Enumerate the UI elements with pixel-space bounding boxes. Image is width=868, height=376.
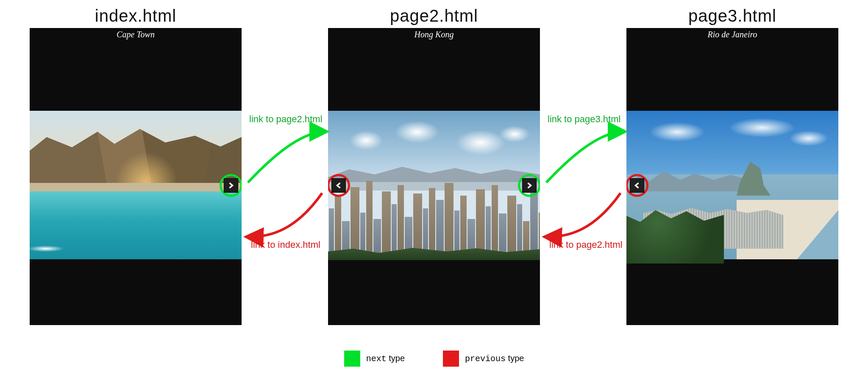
photo-hong-kong — [328, 111, 540, 259]
device-title-page2: Hong Kong — [328, 28, 540, 39]
device-title-index: Cape Town — [30, 28, 242, 39]
photo-cape-town — [30, 111, 242, 259]
chevron-left-icon — [336, 182, 342, 188]
legend-text-next: next type — [366, 354, 405, 364]
chevron-right-icon — [526, 182, 532, 188]
device-page3: Rio de Janeiro — [626, 28, 838, 325]
page-col-page2: page2.html Hong Kong — [328, 6, 540, 325]
legend-swatch-previous-icon — [443, 351, 459, 367]
previous-button[interactable] — [630, 178, 644, 193]
page-col-index: index.html Cape Town — [30, 6, 242, 325]
label-link-prev-21: link to index.html — [251, 239, 320, 250]
device-index: Cape Town — [30, 28, 242, 325]
page-filename-page3: page3.html — [688, 6, 776, 25]
device-title-page3: Rio de Janeiro — [626, 28, 838, 39]
legend: next type previous type — [0, 351, 868, 367]
photo-rio — [626, 111, 838, 259]
device-page2: Hong Kong — [328, 28, 540, 325]
chevron-left-icon — [634, 182, 640, 188]
label-link-next-23: link to page3.html — [548, 114, 620, 125]
label-link-next-12: link to page2.html — [249, 114, 322, 125]
legend-item-next: next type — [344, 351, 405, 367]
next-button[interactable] — [224, 178, 238, 193]
previous-button[interactable] — [331, 178, 346, 193]
legend-item-previous: previous type — [443, 351, 524, 367]
next-button[interactable] — [522, 178, 537, 193]
legend-text-previous: previous type — [465, 354, 524, 364]
page-filename-index: index.html — [95, 6, 176, 25]
legend-swatch-next-icon — [344, 351, 360, 367]
pages-row: index.html Cape Town page2.html Hong Kon… — [0, 0, 868, 325]
page-col-page3: page3.html Rio de Janeiro — [626, 6, 838, 325]
chevron-right-icon — [228, 182, 234, 188]
page-filename-page2: page2.html — [390, 6, 478, 25]
label-link-prev-32: link to page2.html — [549, 239, 622, 250]
